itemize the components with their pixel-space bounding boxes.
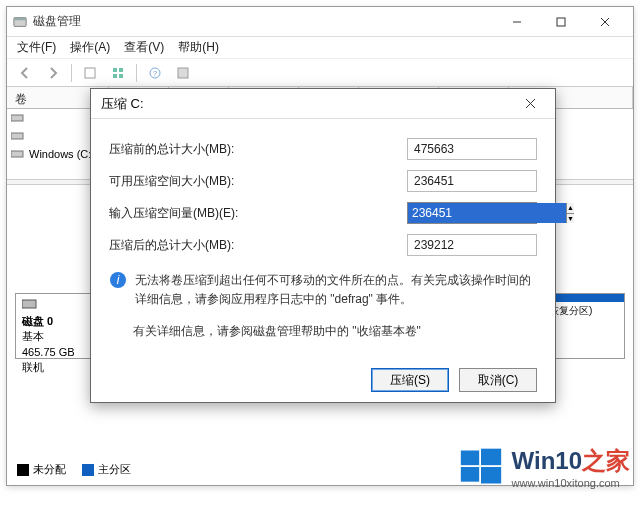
forward-icon[interactable] <box>43 63 63 83</box>
legend: 未分配 主分区 <box>17 462 131 477</box>
grid-icon[interactable] <box>108 63 128 83</box>
svg-rect-9 <box>113 74 117 78</box>
shrink-button[interactable]: 压缩(S) <box>371 368 449 392</box>
shrink-amount-spinner[interactable]: ▲ ▼ <box>407 202 537 224</box>
cancel-button[interactable]: 取消(C) <box>459 368 537 392</box>
watermark-url: www.win10xitong.com <box>512 477 630 489</box>
info-message: i 无法将卷压缩到超出任何不可移动的文件所在的点。有关完成该操作时间的详细信息，… <box>109 271 537 309</box>
windows-logo-icon <box>458 445 504 489</box>
svg-text:?: ? <box>153 69 158 78</box>
svg-text:i: i <box>117 273 120 287</box>
drive-icon <box>11 148 25 160</box>
drive-icon <box>11 130 25 142</box>
recovery-partition[interactable]: 恢复分区) <box>544 294 624 358</box>
help-text: 有关详细信息，请参阅磁盘管理帮助中的 "收缩基本卷" <box>109 323 537 340</box>
menubar: 文件(F) 操作(A) 查看(V) 帮助(H) <box>7 37 633 59</box>
svg-rect-10 <box>119 74 123 78</box>
window-title: 磁盘管理 <box>33 13 81 30</box>
shrink-dialog: 压缩 C: 压缩前的总计大小(MB): 475663 可用压缩空间大小(MB):… <box>90 88 556 403</box>
disk-icon <box>22 298 97 312</box>
watermark: Win10之家 www.win10xitong.com <box>458 445 630 489</box>
value-size-before: 475663 <box>407 138 537 160</box>
spinner-down-icon[interactable]: ▼ <box>567 214 574 224</box>
svg-rect-23 <box>481 449 501 466</box>
label-size-before: 压缩前的总计大小(MB): <box>109 141 407 158</box>
legend-swatch-unallocated <box>17 464 29 476</box>
svg-rect-1 <box>14 17 26 20</box>
label-size-after: 压缩后的总计大小(MB): <box>109 237 407 254</box>
info-icon: i <box>109 271 127 289</box>
label-available-shrink: 可用压缩空间大小(MB): <box>109 173 407 190</box>
value-size-after: 239212 <box>407 234 537 256</box>
svg-rect-7 <box>113 68 117 72</box>
svg-rect-6 <box>85 68 95 78</box>
dialog-titlebar: 压缩 C: <box>91 89 555 119</box>
menu-view[interactable]: 查看(V) <box>124 39 164 56</box>
legend-swatch-primary <box>82 464 94 476</box>
svg-rect-16 <box>11 151 23 157</box>
prop-icon[interactable] <box>173 63 193 83</box>
svg-rect-13 <box>178 68 188 78</box>
close-button[interactable] <box>583 8 627 36</box>
svg-rect-8 <box>119 68 123 72</box>
toolbar: ? <box>7 59 633 87</box>
minimize-button[interactable] <box>495 8 539 36</box>
shrink-amount-input[interactable] <box>408 203 566 223</box>
svg-rect-17 <box>22 300 36 308</box>
maximize-button[interactable] <box>539 8 583 36</box>
refresh-icon[interactable] <box>80 63 100 83</box>
help-icon[interactable]: ? <box>145 63 165 83</box>
svg-rect-22 <box>460 451 478 466</box>
menu-action[interactable]: 操作(A) <box>70 39 110 56</box>
svg-rect-24 <box>460 467 478 482</box>
svg-rect-25 <box>481 467 501 484</box>
titlebar: 磁盘管理 <box>7 7 633 37</box>
dialog-close-button[interactable] <box>515 90 545 118</box>
svg-rect-14 <box>11 115 23 121</box>
value-available-shrink: 236451 <box>407 170 537 192</box>
drive-icon <box>11 112 25 124</box>
dialog-title: 压缩 C: <box>101 95 144 113</box>
menu-help[interactable]: 帮助(H) <box>178 39 219 56</box>
spinner-up-icon[interactable]: ▲ <box>567 203 574 214</box>
svg-rect-15 <box>11 133 23 139</box>
back-icon[interactable] <box>15 63 35 83</box>
menu-file[interactable]: 文件(F) <box>17 39 56 56</box>
svg-rect-3 <box>557 18 565 26</box>
app-icon <box>13 15 27 29</box>
label-shrink-amount: 输入压缩空间量(MB)(E): <box>109 205 407 222</box>
